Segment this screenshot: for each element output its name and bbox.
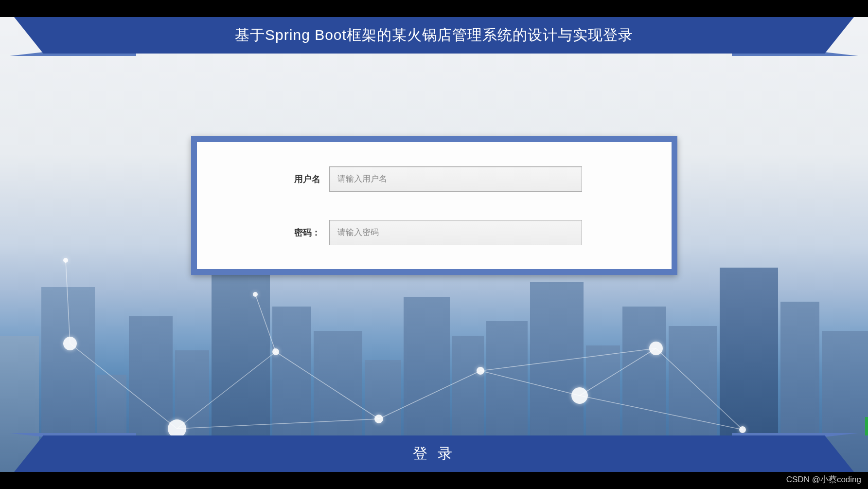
username-input[interactable] [329, 166, 582, 192]
password-input[interactable] [329, 220, 582, 245]
scroll-indicator [865, 417, 868, 435]
footer-banner: 登 录 [0, 435, 868, 472]
login-form: 用户名 密码： [191, 136, 677, 275]
username-row: 用户名 [286, 166, 582, 192]
username-label: 用户名 [286, 173, 320, 185]
page-title: 基于Spring Boot框架的某火锅店管理系统的设计与实现登录 [235, 25, 633, 45]
login-button[interactable]: 登 录 [43, 435, 825, 472]
header-banner: 基于Spring Boot框架的某火锅店管理系统的设计与实现登录 [0, 17, 868, 54]
login-button-label: 登 录 [413, 444, 455, 464]
login-page: 基于Spring Boot框架的某火锅店管理系统的设计与实现登录 用户名 密码：… [0, 17, 868, 472]
password-row: 密码： [286, 220, 582, 245]
watermark: CSDN @小蔡coding [786, 474, 861, 485]
password-label: 密码： [286, 227, 320, 238]
